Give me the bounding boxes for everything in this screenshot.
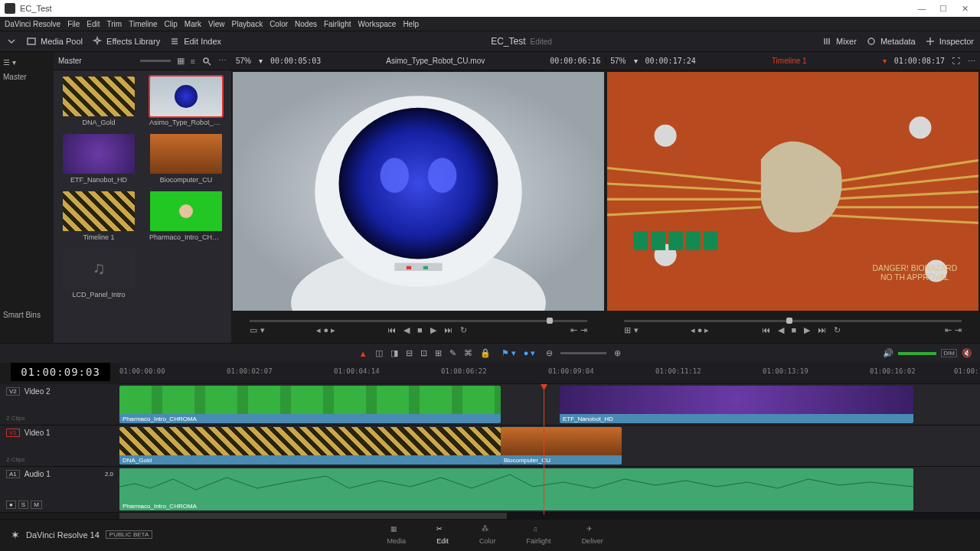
tl-goto-start-button[interactable]: ⏮ xyxy=(762,325,770,335)
timeline-title[interactable]: Timeline 1 xyxy=(704,57,875,65)
panel-toggle-button[interactable] xyxy=(6,36,17,47)
track-a1-header[interactable]: A1Audio 12.0 ● S M xyxy=(0,467,119,512)
source-mode-button[interactable]: ▭ ▾ xyxy=(250,325,264,335)
timeline-mode-button[interactable]: ⊞ ▾ xyxy=(624,325,638,335)
page-deliver[interactable]: ✈Deliver xyxy=(582,525,603,545)
clip-lcd-panel[interactable]: ♫LCD_Panel_Intro xyxy=(60,249,138,298)
mark-out-button[interactable]: ⇥ xyxy=(580,325,587,334)
solo-button[interactable]: S xyxy=(18,500,28,509)
clip-dna-v1[interactable]: DNA_Gold xyxy=(119,427,501,465)
source-viewer[interactable] xyxy=(233,72,604,311)
clip-nanobot[interactable]: ETF_Nanobot_HD xyxy=(60,134,138,184)
menu-clip[interactable]: Clip xyxy=(165,20,178,28)
effects-library-button[interactable]: Effects Library xyxy=(92,36,160,47)
menu-trim[interactable]: Trim xyxy=(107,20,122,28)
window-close-button[interactable]: ✕ xyxy=(954,4,975,14)
menu-workspace[interactable]: Workspace xyxy=(358,20,397,28)
master-bin[interactable]: Master xyxy=(3,73,51,81)
goto-start-button[interactable]: ⏮ xyxy=(387,325,396,335)
timeline-scrubber[interactable] xyxy=(624,320,961,322)
menu-mark[interactable]: Mark xyxy=(185,20,201,28)
tl-mark-out-button[interactable]: ⇥ xyxy=(955,325,962,334)
clip-nanobot-v2[interactable]: ETF_Nanobot_HD xyxy=(560,386,913,423)
menu-timeline[interactable]: Timeline xyxy=(129,20,157,28)
clip-biocomputer-v1[interactable]: Biocomputer_CU xyxy=(501,427,622,465)
clip-audio-a1[interactable]: Pharmaco_Intro_CHROMA xyxy=(119,468,913,510)
dim-button[interactable]: DIM xyxy=(941,349,957,357)
menu-edit[interactable]: Edit xyxy=(87,20,100,28)
razor-button[interactable]: ✎ xyxy=(449,348,456,358)
timeline-zoom[interactable]: 57% xyxy=(611,57,626,65)
mark-in-button[interactable]: ⇤ xyxy=(570,325,577,334)
tl-stop-button[interactable]: ■ xyxy=(792,325,797,335)
mixer-button[interactable]: Mixer xyxy=(822,36,857,47)
mute-button[interactable]: 🔇 xyxy=(962,348,972,358)
page-edit[interactable]: ✂Edit xyxy=(436,525,449,545)
marker-button[interactable]: ● ▾ xyxy=(524,348,536,358)
clip-dna-gold[interactable]: DNA_Gold xyxy=(60,77,138,126)
source-scrubber[interactable] xyxy=(250,320,586,322)
window-maximize-button[interactable]: ☐ xyxy=(933,4,954,14)
replace-button[interactable]: ⊞ xyxy=(435,348,442,358)
step-back-button[interactable]: ◀ xyxy=(403,325,410,335)
match-frame-button[interactable]: ◂ ● ▸ xyxy=(316,325,335,335)
track-v1-header[interactable]: V1Video 1 2 Clips xyxy=(0,425,119,466)
menu-nodes[interactable]: Nodes xyxy=(295,20,317,28)
timeline-match-button[interactable]: ◂ ● ▸ xyxy=(691,325,710,335)
zoom-in-button[interactable]: ⊕ xyxy=(614,348,621,358)
timeline-viewer[interactable]: DANGER! BIOHAZARD NO TH APPROVAL xyxy=(607,72,978,311)
overwrite-button[interactable]: ⊡ xyxy=(420,348,427,358)
track-v2-header[interactable]: V2Video 2 2 Clips xyxy=(0,384,119,425)
lock-button[interactable]: 🔒 xyxy=(480,348,491,358)
volume-slider[interactable] xyxy=(898,352,936,355)
zoom-out-button[interactable]: ⊖ xyxy=(546,348,553,358)
thumb-size-slider[interactable] xyxy=(140,60,171,62)
menu-help[interactable]: Help xyxy=(403,20,419,28)
media-pool-button[interactable]: Media Pool xyxy=(26,36,83,47)
viewer-options-button[interactable]: ⋯ xyxy=(968,57,975,65)
menu-fairlight[interactable]: Fairlight xyxy=(324,20,351,28)
window-minimize-button[interactable]: — xyxy=(911,4,933,13)
menu-playback[interactable]: Playback xyxy=(232,20,263,28)
edit-index-button[interactable]: Edit Index xyxy=(169,36,221,47)
clip-pharmaco[interactable]: Pharmaco_Intro_CHROMA xyxy=(147,191,225,241)
layout-toggle-button[interactable]: ☰ ▾ xyxy=(3,58,51,67)
clip-pharmaco-v2[interactable]: Pharmaco_Intro_CHROMA xyxy=(119,386,501,423)
tl-play-button[interactable]: ▶ xyxy=(804,325,810,335)
goto-end-button[interactable]: ⏭ xyxy=(444,325,452,335)
link-button[interactable]: ⌘ xyxy=(464,348,472,358)
menu-davinci[interactable]: DaVinci Resolve xyxy=(5,20,60,28)
smart-bins-label[interactable]: Smart Bins xyxy=(3,311,51,319)
selection-tool-button[interactable]: ▲ xyxy=(359,349,368,358)
page-media[interactable]: ▦Media xyxy=(387,525,407,545)
record-arm-button[interactable]: ● xyxy=(6,500,16,509)
trim-tool-button[interactable]: ◫ xyxy=(375,348,383,358)
tl-loop-button[interactable]: ↻ xyxy=(834,325,841,335)
clip-timeline1[interactable]: Timeline 1 xyxy=(60,191,138,241)
clip-biocomputer[interactable]: Biocomputer_CU xyxy=(147,134,225,184)
tl-goto-end-button[interactable]: ⏭ xyxy=(818,325,826,335)
page-color[interactable]: ⁂Color xyxy=(479,525,496,545)
menu-color[interactable]: Color xyxy=(270,20,288,28)
page-fairlight[interactable]: ♫Fairlight xyxy=(527,525,551,545)
insert-button[interactable]: ⊟ xyxy=(406,348,413,358)
grid-view-button[interactable]: ▦ xyxy=(177,56,185,66)
tl-mark-in-button[interactable]: ⇤ xyxy=(945,325,952,334)
menu-file[interactable]: File xyxy=(67,20,80,28)
timeline-ruler[interactable]: 01:00:00:00 01:00:02:07 01:00:04:14 01:0… xyxy=(119,363,980,384)
tl-step-back-button[interactable]: ◀ xyxy=(778,325,784,335)
metadata-button[interactable]: Metadata xyxy=(866,36,916,47)
mute-track-button[interactable]: M xyxy=(31,500,42,509)
menu-view[interactable]: View xyxy=(208,20,225,28)
inspector-button[interactable]: Inspector xyxy=(925,36,974,47)
list-view-button[interactable]: ≡ xyxy=(191,57,195,66)
current-timecode[interactable]: 01:00:09:03 xyxy=(11,363,110,381)
flag-button[interactable]: ⚑ ▾ xyxy=(501,348,516,358)
stop-button[interactable]: ■ xyxy=(417,325,423,335)
blade-tool-button[interactable]: ◨ xyxy=(390,348,398,358)
playhead[interactable] xyxy=(544,384,544,514)
loop-button[interactable]: ↻ xyxy=(460,325,467,335)
play-button[interactable]: ▶ xyxy=(430,325,436,335)
clip-asimo[interactable]: Asimo_Type_Robot_CU xyxy=(147,77,225,126)
options-button[interactable]: ⋯ xyxy=(218,56,227,66)
